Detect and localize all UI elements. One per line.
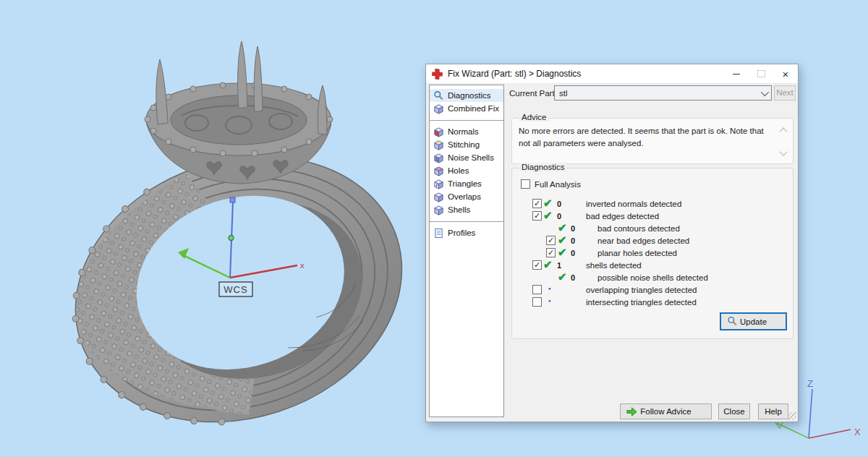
advice-groupbox: Advice No more errors are detected. It s… xyxy=(511,118,793,164)
maximize-icon xyxy=(757,70,765,77)
row-label: near bad edges detected xyxy=(597,236,689,245)
status-icon xyxy=(558,270,567,283)
row-count: 0 xyxy=(571,224,575,233)
sidebar-item-diagnostics[interactable]: Diagnostics xyxy=(430,89,503,102)
chevron-down-icon xyxy=(761,87,769,95)
diagnostic-row: 0 planar holes detected xyxy=(512,247,793,260)
stitching-cube-icon xyxy=(433,140,444,150)
row-label: inverted normals detected xyxy=(586,200,681,208)
fix-wizard-dialog: Fix Wizard (Part: stl) > Diagnostics × D… xyxy=(425,64,799,422)
close-icon: × xyxy=(783,69,789,80)
resize-grip[interactable] xyxy=(788,412,796,420)
help-button[interactable]: Help xyxy=(758,403,788,419)
follow-advice-button[interactable]: Follow Advice xyxy=(620,403,712,419)
advice-text: No more errors are detected. It seems th… xyxy=(519,125,771,150)
status-icon xyxy=(558,246,567,259)
profiles-document-icon xyxy=(433,228,444,239)
full-analysis-label: Full Analysis xyxy=(535,180,581,189)
current-part-value: stl xyxy=(559,89,568,98)
sidebar-item-shells[interactable]: Shells xyxy=(430,203,503,216)
current-part-label: Current Part: xyxy=(509,89,557,98)
sidebar-item-normals[interactable]: Normals xyxy=(430,125,503,138)
triangles-cube-icon xyxy=(433,179,444,189)
close-dialog-button[interactable]: Close xyxy=(718,403,750,419)
normals-cube-icon xyxy=(433,127,444,137)
row-label: planar holes detected xyxy=(597,249,677,257)
close-button[interactable]: × xyxy=(773,64,798,83)
holes-cube-icon xyxy=(433,166,444,176)
green-arrow-icon xyxy=(626,406,638,418)
row-checkbox[interactable] xyxy=(546,248,556,257)
row-count: 0 xyxy=(557,212,561,221)
noise-shells-cube-icon xyxy=(433,153,444,163)
diagnostic-row: 0 near bad edges detected xyxy=(512,235,793,247)
scroll-up-icon[interactable] xyxy=(779,127,787,135)
sidebar-item-profiles[interactable]: Profiles xyxy=(430,226,503,239)
row-checkbox[interactable] xyxy=(532,297,542,307)
shells-cube-icon xyxy=(433,205,444,215)
sidebar-item-holes[interactable]: Holes xyxy=(430,164,503,177)
status-icon xyxy=(548,297,551,306)
row-count: 0 xyxy=(571,236,575,245)
row-checkbox[interactable] xyxy=(532,211,542,221)
full-analysis-checkbox[interactable] xyxy=(521,179,530,189)
fix-wizard-cross-icon xyxy=(432,69,443,80)
magnifier-icon xyxy=(433,90,444,101)
sidebar-separator xyxy=(430,120,503,121)
row-label: overlapping triangles detected xyxy=(586,286,697,294)
row-label: bad edges detected xyxy=(586,212,659,221)
status-icon xyxy=(543,209,553,222)
ring-crown xyxy=(145,41,333,184)
row-label: bad contours detected xyxy=(597,224,680,233)
sidebar-item-noise-shells[interactable]: Noise Shells xyxy=(430,151,503,164)
current-part-combobox[interactable]: stl xyxy=(554,85,772,101)
update-button[interactable]: Update xyxy=(720,312,787,330)
sidebar-item-overlaps[interactable]: Overlaps xyxy=(430,190,503,203)
sidebar-item-combined-fix[interactable]: Combined Fix xyxy=(430,102,503,115)
diagnostics-rows: 0 inverted normals detected 0 bad edges … xyxy=(512,198,793,309)
row-count: 1 xyxy=(557,261,561,270)
row-count: 0 xyxy=(571,273,575,282)
svg-text:WCS: WCS xyxy=(224,284,247,295)
magnifier-icon xyxy=(727,316,738,327)
diagnostic-row: 0 bad contours detected xyxy=(512,223,793,235)
dialog-titlebar[interactable]: Fix Wizard (Part: stl) > Diagnostics × xyxy=(426,64,798,84)
diagnostic-row: 0 bad edges detected xyxy=(512,210,793,223)
row-checkbox[interactable] xyxy=(532,260,542,270)
row-checkbox[interactable] xyxy=(546,236,556,245)
dialog-title: Fix Wizard (Part: stl) > Diagnostics xyxy=(448,69,581,79)
diagnostic-row: intersecting triangles detected xyxy=(512,296,793,309)
status-icon xyxy=(558,234,567,247)
status-icon xyxy=(548,285,551,294)
diagnostics-groupbox: Diagnostics Full Analysis 0 inverted nor… xyxy=(511,168,793,339)
status-icon xyxy=(543,258,553,271)
maximize-button[interactable] xyxy=(749,64,773,83)
diagnostics-legend: Diagnostics xyxy=(519,163,567,171)
row-checkbox[interactable] xyxy=(532,199,542,208)
row-checkbox[interactable] xyxy=(532,285,542,294)
next-button[interactable]: Next xyxy=(774,85,796,101)
row-label: shells detected xyxy=(586,261,642,270)
row-count: 0 xyxy=(571,249,575,257)
status-icon xyxy=(543,197,553,210)
combined-fix-cube-icon xyxy=(433,103,444,114)
minimize-button[interactable] xyxy=(724,64,749,83)
sidebar-item-triangles[interactable]: Triangles xyxy=(430,177,503,190)
view-x-axis-label: X xyxy=(854,427,861,437)
wcs-label: WCS xyxy=(219,282,252,296)
diagnostic-row: 0 possible noise shells detected xyxy=(512,272,793,284)
status-icon xyxy=(558,221,567,234)
sidebar-separator xyxy=(430,221,503,222)
row-label: intersecting triangles detected xyxy=(586,298,697,307)
view-z-axis-label: Z xyxy=(807,378,813,389)
sidebar-item-stitching[interactable]: Stitching xyxy=(430,138,503,151)
diagnostic-row: overlapping triangles detected xyxy=(512,284,793,296)
row-label: possible noise shells detected xyxy=(597,273,708,282)
diagnostic-row: 0 inverted normals detected xyxy=(512,198,793,210)
scroll-down-icon[interactable] xyxy=(779,148,787,155)
advice-legend: Advice xyxy=(519,113,550,121)
diagnostic-row: 1 shells detected xyxy=(512,260,793,272)
minimize-icon xyxy=(733,74,740,74)
wizard-sidebar: Diagnostics Combined Fix Normals Stitchi… xyxy=(429,85,504,417)
row-count: 0 xyxy=(557,200,561,208)
